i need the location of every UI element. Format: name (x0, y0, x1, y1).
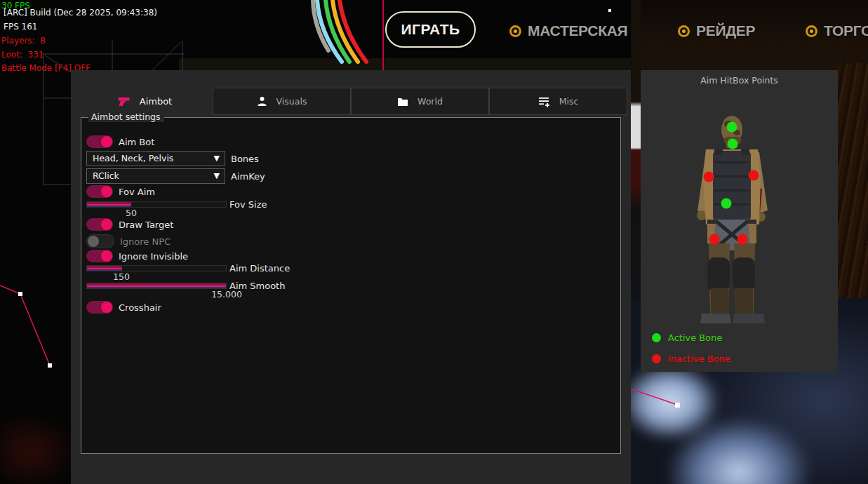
coin-icon (509, 25, 521, 37)
legend-active-bone: Active Bone (652, 332, 722, 343)
aimkey-row: RClick AimKey (86, 168, 265, 184)
slider-fill (87, 283, 226, 288)
bones-dropdown-value: Head, Neck, Pelvis (93, 153, 173, 163)
tab-label: Visuals (276, 96, 307, 107)
esp-skeleton-left (0, 281, 77, 379)
aim-bot-toggle[interactable] (86, 135, 113, 148)
aimkey-dropdown-value: RClick (93, 170, 119, 181)
tab-visuals[interactable]: Visuals (213, 88, 351, 115)
toggle-knob (88, 236, 99, 247)
hitbox-panel: Aim HitBox Points (641, 70, 838, 372)
background-rock-texture (838, 63, 868, 316)
active-bone-dot (721, 199, 732, 209)
bones-label: Bones (231, 154, 259, 164)
coin-icon (806, 25, 817, 37)
nav-item-raider[interactable]: РЕЙДЕР (678, 22, 755, 39)
gun-icon (118, 96, 131, 107)
cheat-menu-panel: Aimbot Visuals World (71, 70, 631, 484)
active-bone-dot-icon (652, 333, 661, 342)
ignore-npc-toggle[interactable] (86, 234, 114, 248)
loot-count-text: Loot: 331 (1, 50, 44, 60)
build-info-text: [ARC] Build (Dec 28 2025, 09:43:38) (4, 8, 157, 18)
tab-label: Misc (559, 96, 579, 107)
tab-label: World (418, 96, 443, 107)
crosshair-row: Crosshair (86, 301, 161, 314)
chevron-down-icon (214, 169, 220, 183)
draw-target-toggle[interactable] (86, 218, 113, 231)
aim-bot-label: Aim Bot (119, 137, 154, 147)
fov-size-value: 50 (126, 208, 137, 218)
crosshair-label: Crosshair (119, 302, 161, 313)
ignore-npc-row: Ignore NPC (86, 234, 171, 248)
aim-smooth-slider[interactable] (86, 283, 227, 289)
esp-skeleton-right (628, 382, 691, 414)
esp-vertical-line (382, 0, 384, 70)
draw-target-label: Draw Target (119, 220, 173, 230)
toggle-knob (101, 250, 112, 262)
fps-counter-text: FPS 161 (4, 22, 37, 32)
aim-distance-row: Aim Distance 150 (86, 265, 227, 271)
inactive-bone-dot (709, 234, 720, 245)
fov-size-label: Fov Size (229, 199, 267, 210)
ignore-invisible-row: Ignore Invisible (86, 250, 188, 262)
aimkey-label: AimKey (231, 171, 265, 182)
play-button[interactable]: ИГРАТЬ (385, 11, 476, 48)
aim-bot-row: Aim Bot (86, 135, 154, 148)
tab-misc[interactable]: Misc (489, 88, 627, 115)
bones-dropdown[interactable]: Head, Neck, Pelvis (86, 151, 225, 166)
inactive-bone-dot (737, 234, 748, 245)
fov-aim-row: Fov Aim (86, 185, 155, 198)
ignore-invisible-toggle[interactable] (86, 250, 113, 262)
fov-aim-toggle[interactable] (86, 185, 113, 198)
coin-icon (678, 25, 690, 37)
fov-size-slider[interactable] (86, 201, 227, 208)
aim-smooth-row: Aim Smooth 15.000 (86, 283, 227, 289)
person-icon (257, 96, 267, 107)
inactive-bone-dot (749, 170, 759, 181)
nav-item-label: РЕЙДЕР (696, 22, 755, 39)
sliders-icon (538, 96, 550, 107)
hitbox-dots (641, 70, 838, 372)
nav-item-label: ТОРГО (824, 22, 868, 39)
rainbow-decoration (307, 0, 385, 70)
toggle-knob (101, 302, 112, 313)
fov-aim-label: Fov Aim (119, 187, 155, 197)
chevron-down-icon (214, 152, 220, 166)
nav-item-label: МАСТЕРСКАЯ (528, 22, 627, 39)
ignore-npc-label: Ignore NPC (120, 236, 171, 247)
ignore-invisible-label: Ignore Invisible (119, 251, 188, 262)
slider-fill (87, 266, 122, 271)
nav-item-workshop[interactable]: МАСТЕРСКАЯ (509, 22, 627, 39)
background-ledge (179, 58, 631, 70)
toggle-knob (101, 219, 112, 230)
legend-label: Inactive Bone (668, 354, 730, 364)
game-screen: 30 FPS [ARC] Build (Dec 28 2025, 09:43:3… (0, 0, 868, 484)
aim-smooth-value: 15.000 (211, 289, 242, 300)
group-title: Aimbot settings (88, 112, 164, 122)
toggle-knob (101, 186, 112, 197)
background-red-glow (0, 403, 74, 484)
crosshair-toggle[interactable] (86, 301, 113, 314)
slider-fill (87, 202, 131, 207)
aim-distance-value: 150 (113, 271, 130, 282)
inactive-bone-dot-icon (652, 354, 661, 363)
active-bone-dot (727, 122, 737, 133)
players-count-text: Players: 8 (1, 36, 46, 46)
esp-dot (608, 9, 611, 12)
aim-distance-slider[interactable] (86, 265, 227, 271)
bones-row: Head, Neck, Pelvis Bones (86, 151, 259, 166)
legend-inactive-bone: Inactive Bone (652, 354, 730, 364)
legend-label: Active Bone (668, 332, 722, 343)
toggle-knob (101, 136, 112, 147)
draw-target-row: Draw Target (86, 218, 173, 231)
folder-icon (397, 97, 408, 107)
fov-size-row: Fov Size 50 (86, 201, 227, 208)
active-bone-dot (728, 139, 738, 149)
nav-item-trade[interactable]: ТОРГО (806, 22, 868, 39)
inactive-bone-dot (704, 172, 714, 182)
tab-world[interactable]: World (351, 88, 489, 115)
aim-distance-label: Aim Distance (229, 263, 290, 274)
tab-label: Aimbot (140, 96, 172, 107)
aimkey-dropdown[interactable]: RClick (86, 168, 225, 184)
